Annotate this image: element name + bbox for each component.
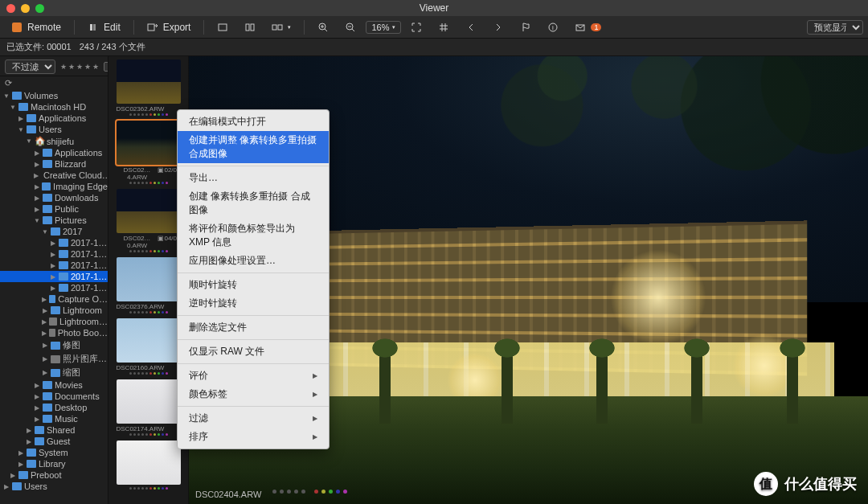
menu-item[interactable]: 评价 [178, 367, 329, 385]
tree-item[interactable]: ▼Pictures [0, 215, 108, 226]
svg-rect-2 [93, 24, 96, 31]
tree-item[interactable]: ▶Users [0, 481, 108, 492]
tree-item[interactable]: ▶Blizzard [0, 158, 108, 170]
tree-item[interactable]: ▶Capture O… [0, 293, 108, 305]
compare-icon [272, 22, 283, 33]
zoom-in-button[interactable] [311, 19, 335, 35]
view-compare-button[interactable]: ▾ [265, 19, 297, 35]
tree-item[interactable]: ▶Creative Cloud… [0, 170, 108, 181]
menu-item[interactable]: 将评价和颜色标签导出为 XMP 信息 [178, 219, 329, 252]
tree-item[interactable]: ▶Imaging Edge [0, 181, 108, 192]
menu-item[interactable]: 颜色标签 [178, 385, 329, 404]
menu-item[interactable]: 顺时针旋转 [178, 276, 329, 294]
edit-button[interactable]: Edit [81, 19, 127, 35]
tree-item[interactable]: ▶Shared [0, 424, 108, 436]
minimize-icon[interactable] [21, 4, 30, 13]
thumbnail[interactable]: DSC02…0.ARW▣04/04 [117, 189, 181, 252]
tree-item[interactable]: ▶2017-1… [0, 237, 108, 248]
tree-item[interactable]: ▼Macintosh HD [0, 101, 108, 113]
tree-item[interactable]: ▶Lightroom… [0, 316, 108, 327]
fullscreen-icon[interactable] [35, 4, 44, 13]
tree-item[interactable]: ▶Photo Boo… [0, 327, 108, 338]
separator [304, 20, 305, 35]
thumbnail[interactable]: DSC02…4.ARW▣02/04 [117, 121, 181, 184]
menu-item[interactable]: 应用图像处理设置… [178, 252, 329, 270]
info-button[interactable]: i [541, 19, 565, 35]
menu-item[interactable]: 导出… [178, 169, 329, 187]
tree-item[interactable]: ▶Documents [0, 391, 108, 402]
export-button[interactable]: Export [141, 19, 198, 35]
svg-text:i: i [553, 24, 555, 31]
tree-refresh[interactable]: ⟳ [0, 76, 108, 90]
chevron-left-icon [465, 22, 477, 33]
thumbnail[interactable]: DSC02376.ARW [117, 257, 181, 313]
tree-item[interactable]: ▶Applications [0, 147, 108, 158]
close-icon[interactable] [6, 4, 15, 13]
view-single-button[interactable] [211, 19, 235, 35]
separator [133, 20, 134, 35]
menu-item[interactable]: 创建 像素转换多重拍摄 合成图像 [178, 187, 329, 219]
menu-item[interactable]: 创建并调整 像素转换多重拍摄 合成图像 [178, 131, 329, 163]
thumbnail[interactable]: DSC02362.ARW [117, 59, 181, 116]
thumbnail[interactable] [117, 440, 181, 490]
nav-next-button[interactable] [486, 19, 510, 35]
tree-item[interactable]: ▶Movies [0, 379, 108, 391]
tree-item[interactable]: ▶2017-1… [0, 282, 108, 293]
mail-icon [575, 22, 586, 33]
tree-item[interactable]: ▶Applications [0, 113, 108, 124]
tree-item[interactable]: ▶2017-1… [0, 248, 108, 260]
remote-button[interactable]: Remote [5, 19, 68, 35]
zoom-percent[interactable]: 16%▾ [366, 21, 401, 34]
main-area: 不过滤 ★★★★★ ⟳ ▼Volumes▼Macintosh HD▶Applic… [0, 56, 868, 504]
menu-item[interactable]: 仅显示 RAW 文件 [178, 342, 329, 361]
nav-prev-button[interactable] [459, 19, 483, 35]
export-label: Export [163, 22, 191, 33]
tree-item[interactable]: ▶Music [0, 413, 108, 424]
flag-icon [520, 22, 531, 33]
tree-item[interactable]: ▶照片图库… [0, 352, 108, 366]
filter-select[interactable]: 不过滤 [5, 59, 55, 74]
fit-button[interactable] [404, 19, 428, 35]
fit-icon [411, 22, 422, 33]
tree-item[interactable]: ▶Guest [0, 436, 108, 447]
preview-mode-select[interactable]: 预览显示 [807, 20, 863, 35]
menu-separator [178, 315, 329, 316]
tree-item[interactable]: ▶修图 [0, 338, 108, 352]
tree-item[interactable]: ▶2017-1… [0, 260, 108, 271]
tree-item[interactable]: ▶Desktop [0, 402, 108, 413]
thumbnail[interactable]: DSC02174.ARW [117, 379, 181, 436]
remote-label: Remote [27, 22, 61, 33]
tree-item[interactable]: ▶Preboot [0, 469, 108, 481]
thumb-rating [117, 250, 181, 252]
flag-button[interactable] [514, 19, 538, 35]
menu-item[interactable]: 在编辑模式中打开 [178, 113, 329, 131]
tree-item[interactable]: ▶System [0, 447, 108, 458]
tree-item[interactable]: ▼Volumes [0, 90, 108, 101]
thumbnail[interactable]: DSC02160.ARW [117, 318, 181, 375]
svg-rect-5 [246, 24, 249, 31]
tree-item[interactable]: ▶缩图 [0, 366, 108, 379]
mail-button[interactable]: 1 [568, 19, 608, 35]
menu-item[interactable]: 逆时针旋转 [178, 294, 329, 313]
tree-item[interactable]: ▶Public [0, 203, 108, 215]
thumb-image [117, 257, 181, 301]
menu-item[interactable]: 删除选定文件 [178, 318, 329, 337]
mail-badge: 1 [591, 23, 601, 31]
menu-item[interactable]: 过滤 [178, 409, 329, 428]
toolbar: Remote Edit Export ▾ 16%▾ i 1 预览显示 [0, 16, 868, 39]
viewer-footer: DSC02404.ARW [195, 490, 347, 499]
menu-item[interactable]: 排序 [178, 428, 329, 446]
tree-item[interactable]: ▼2017 [0, 226, 108, 237]
grid-button[interactable] [432, 19, 456, 35]
view-split-button[interactable] [238, 19, 262, 35]
tree-item[interactable]: ▼🏠shijiefu [0, 135, 108, 147]
rating-dots[interactable] [272, 490, 347, 499]
tree-item[interactable]: ▶Downloads [0, 192, 108, 203]
tree-item[interactable]: ▶Library [0, 458, 108, 469]
tree-item[interactable]: ▶Lightroom [0, 305, 108, 316]
tree-item[interactable]: ▶2017-1… [0, 271, 108, 282]
tree-item[interactable]: ▼Users [0, 124, 108, 135]
watermark-badge: 值 [754, 472, 778, 496]
zoom-out-button[interactable] [338, 19, 362, 35]
rating-filter[interactable]: ★★★★★ [60, 63, 99, 71]
